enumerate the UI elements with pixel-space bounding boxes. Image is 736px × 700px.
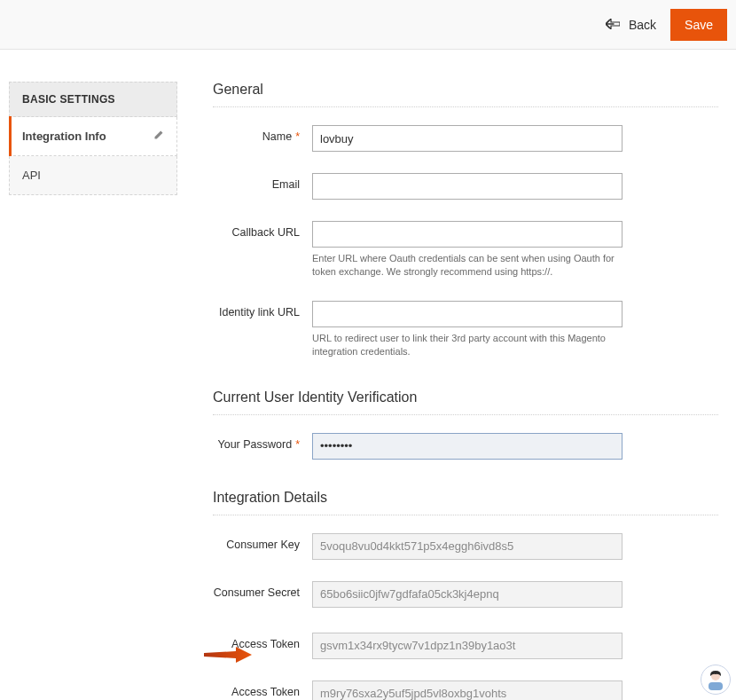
pencil-icon: [153, 130, 164, 143]
section-verification: Current User Identity Verification Your …: [213, 389, 718, 460]
required-asterisk: *: [292, 438, 300, 451]
identity-link-url-input[interactable]: [312, 301, 622, 327]
sidebar: BASIC SETTINGS Integration Info API: [9, 82, 177, 700]
email-input[interactable]: [312, 173, 622, 200]
section-title: General: [213, 82, 718, 107]
avatar-icon: [705, 669, 726, 690]
svg-rect-2: [709, 682, 723, 690]
main-content: General Name* Email Callback URL: [213, 82, 727, 700]
support-avatar[interactable]: [701, 665, 731, 695]
svg-marker-0: [204, 647, 252, 663]
name-input[interactable]: [312, 125, 622, 152]
sidebar-header: BASIC SETTINGS: [9, 82, 177, 117]
password-input[interactable]: [312, 433, 622, 460]
field-label-email: Email: [213, 173, 300, 191]
identity-help-text: URL to redirect user to link their 3rd p…: [312, 332, 622, 359]
back-button[interactable]: Back: [606, 18, 656, 32]
field-label-access-token-secret: Access Token Secret: [213, 680, 300, 700]
access-token-secret-field: [312, 680, 622, 700]
sidebar-item-api[interactable]: API: [9, 156, 177, 195]
access-token-field: [312, 633, 622, 659]
save-button[interactable]: Save: [670, 9, 727, 41]
callback-help-text: Enter URL where Oauth credentials can be…: [312, 252, 622, 279]
section-title: Integration Details: [213, 490, 718, 515]
field-label-name: Name*: [213, 125, 300, 143]
required-asterisk: *: [292, 130, 300, 143]
back-label: Back: [629, 18, 656, 32]
field-label-consumer-key: Consumer Key: [213, 533, 300, 551]
callback-url-input[interactable]: [312, 221, 622, 248]
field-label-consumer-secret: Consumer Secret: [213, 581, 300, 599]
consumer-key-field: [312, 533, 622, 560]
sidebar-item-label: Integration Info: [22, 130, 106, 143]
section-general: General Name* Email Callback URL: [213, 82, 718, 359]
sidebar-item-label: API: [22, 169, 41, 182]
arrow-left-icon: [606, 18, 620, 32]
field-label-identity: Identity link URL: [213, 301, 300, 319]
section-title: Current User Identity Verification: [213, 389, 718, 415]
section-integration-details: Integration Details Consumer Key Consume…: [213, 490, 718, 700]
field-label-callback: Callback URL: [213, 221, 300, 239]
consumer-secret-field: [312, 581, 622, 608]
top-action-bar: Back Save: [0, 0, 736, 50]
sidebar-item-integration-info[interactable]: Integration Info: [9, 117, 177, 156]
field-label-password: Your Password*: [213, 433, 300, 451]
